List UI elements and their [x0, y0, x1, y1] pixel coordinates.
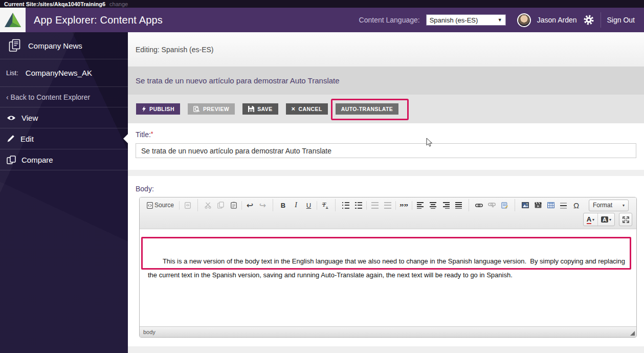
indent-icon [384, 202, 391, 209]
app-logo [0, 8, 26, 32]
italic-button[interactable]: I [290, 199, 302, 211]
sidebar: Company News List: CompanyNews_AK ‹ Back… [0, 32, 128, 353]
page-title: App Explorer: Content Apps [34, 14, 163, 26]
image-icon [522, 202, 529, 208]
title-input[interactable] [136, 143, 636, 158]
insert-image-button[interactable] [519, 199, 531, 211]
background-color-button[interactable]: A ▾ [597, 213, 614, 226]
content-language-label: Content Language: [359, 16, 420, 24]
link-icon [475, 203, 483, 208]
sidebar-item-view[interactable]: View [0, 107, 128, 128]
source-button[interactable]: Source [143, 199, 177, 211]
cancel-x-icon: × [292, 106, 296, 112]
copy-button[interactable] [214, 199, 227, 211]
anchor-button[interactable] [498, 199, 511, 211]
maximize-icon [623, 216, 629, 223]
section-divider [128, 170, 644, 176]
content-language-select[interactable]: Spanish (es-ES) ▼ [426, 14, 506, 26]
insert-video-button[interactable] [531, 199, 544, 211]
list-label: List: [6, 69, 18, 77]
templates-button[interactable] [181, 199, 194, 211]
bulleted-list-icon [355, 202, 362, 209]
title-field-section: Title:* [128, 123, 644, 170]
undo-button[interactable]: ↩ [243, 199, 256, 211]
required-asterisk: * [151, 130, 153, 138]
list-name: CompanyNews_AK [26, 69, 92, 77]
user-name: Jason Arden [537, 16, 577, 24]
table-icon [547, 202, 554, 208]
sidebar-item-label: View [21, 114, 38, 122]
current-site-label: Current Site: [4, 1, 38, 7]
link-button[interactable] [473, 199, 485, 211]
bottom-strip [128, 346, 644, 353]
special-character-button[interactable]: Ω [570, 199, 583, 211]
align-right-button[interactable] [439, 199, 452, 211]
align-center-button[interactable] [427, 199, 439, 211]
unlink-button[interactable] [485, 199, 498, 211]
redo-button[interactable]: ↪ [256, 199, 269, 211]
undo-icon: ↩ [247, 201, 253, 210]
editor-body-text: This is a new version of the body text i… [148, 257, 627, 279]
caret-down-icon: ▼ [498, 17, 502, 23]
align-left-button[interactable] [414, 199, 427, 211]
cancel-button[interactable]: × CANCEL [286, 103, 328, 115]
format-dropdown[interactable]: Format ▾ [589, 200, 629, 211]
caret-down-icon: ▾ [623, 203, 625, 208]
omega-icon: Ω [573, 201, 579, 210]
current-site-bar: Current Site:/sites/Akqa1040Training6 ch… [0, 0, 644, 8]
publish-button[interactable]: PUBLISH [136, 103, 180, 115]
save-button[interactable]: SAVE [242, 103, 278, 115]
format-dropdown-value: Format [593, 202, 612, 209]
align-justify-button[interactable] [452, 199, 465, 211]
paste-button[interactable] [227, 199, 240, 211]
sidebar-item-label: Compare [21, 156, 53, 164]
editor-body-area[interactable]: This is a new version of the body text i… [140, 229, 636, 326]
sidebar-item-compare[interactable]: Compare [0, 149, 128, 170]
editor-resize-handle[interactable] [630, 331, 635, 336]
outdent-icon [371, 202, 379, 209]
align-justify-icon [455, 202, 462, 209]
source-doc-icon [147, 202, 153, 209]
editing-language-bar: Editing: Spanish (es-ES) [128, 32, 644, 67]
user-avatar [517, 13, 531, 27]
auto-translate-button[interactable]: AUTO-TRANSLATE [336, 103, 398, 115]
maximize-button[interactable] [619, 213, 632, 226]
element-path-item[interactable]: body [143, 329, 156, 335]
compare-icon [7, 156, 16, 164]
sign-out-button[interactable]: Sign Out [607, 16, 635, 24]
insert-table-button[interactable] [544, 199, 557, 211]
preview-button[interactable]: PREVIEW [188, 103, 235, 115]
template-page-icon [185, 202, 191, 209]
cut-button[interactable] [202, 199, 214, 211]
increase-indent-button[interactable] [381, 199, 394, 211]
triangle-logo-icon [4, 12, 22, 28]
gear-icon[interactable] [583, 14, 594, 26]
text-color-icon: A [587, 215, 591, 224]
decrease-indent-button[interactable] [368, 199, 381, 211]
text-color-button[interactable]: A ▾ [584, 213, 597, 226]
redo-icon: ↪ [259, 201, 266, 210]
color-buttons-group: A ▾ A ▾ [583, 213, 615, 226]
editor-path-bar: body [140, 326, 636, 337]
background-color-icon: A [601, 216, 608, 223]
save-floppy-icon [248, 106, 254, 112]
underline-button[interactable]: U [302, 199, 315, 211]
numbered-list-button[interactable] [339, 199, 352, 211]
active-item-arrow [123, 134, 128, 143]
back-to-content-explorer-link[interactable]: ‹ Back to Content Explorer [0, 87, 128, 107]
publish-bolt-icon [142, 106, 146, 112]
horizontal-rule-button[interactable] [557, 199, 570, 211]
mouse-cursor [426, 138, 433, 147]
blockquote-button[interactable]: ”” [397, 199, 410, 211]
sidebar-item-edit[interactable]: Edit [0, 128, 128, 149]
change-site-link[interactable]: change [109, 1, 128, 7]
sidebar-item-label: Edit [20, 135, 34, 143]
bulleted-list-button[interactable] [352, 199, 365, 211]
bold-button[interactable]: B [277, 199, 290, 211]
copy-icon [217, 202, 224, 209]
current-site-path: /sites/Akqa1040Training6 [38, 1, 105, 7]
documents-icon [9, 39, 21, 52]
remove-format-button[interactable]: Tx [319, 199, 331, 211]
eye-icon [7, 115, 16, 121]
numbered-list-icon [342, 202, 349, 209]
